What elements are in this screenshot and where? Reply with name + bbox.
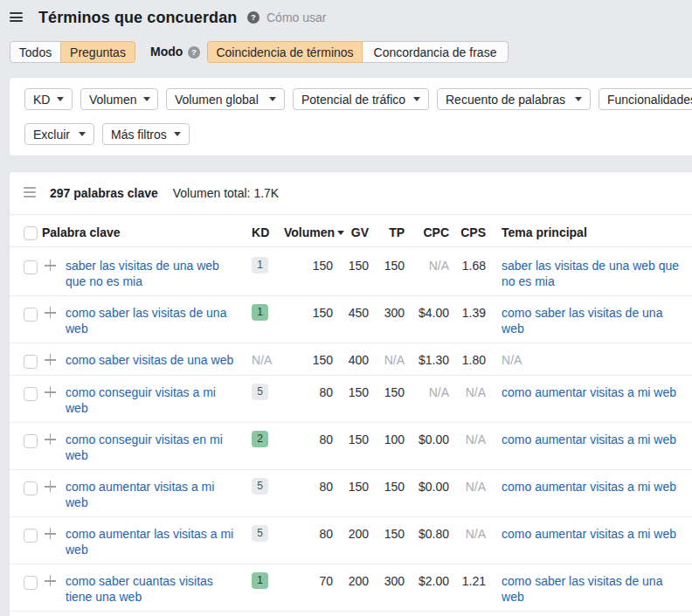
- table-row: como conseguir visitas en mi web 2 80 15…: [10, 423, 692, 470]
- table-toolbar: 297 palabras clave Volumen total: 1.7K: [10, 172, 692, 215]
- keyword-link[interactable]: como saber visitas de una web: [66, 352, 233, 368]
- row-checkbox[interactable]: [24, 434, 38, 448]
- add-keyword-icon[interactable]: [45, 528, 56, 539]
- parent-topic-link[interactable]: como aumentar visitas a mi web: [502, 526, 676, 542]
- table-row: saber las visitas de una web que no es m…: [10, 247, 692, 296]
- tab-preguntas[interactable]: Preguntas: [60, 41, 135, 63]
- gv-cell: 450: [336, 296, 372, 343]
- cps-cell: 1.68: [453, 247, 489, 296]
- add-keyword-icon[interactable]: [45, 575, 56, 586]
- filter-button-kd[interactable]: KD: [24, 88, 73, 110]
- column-header-keyword[interactable]: Palabra clave: [39, 215, 249, 247]
- filters-row-2: Excluir Más filtros: [24, 123, 692, 145]
- row-checkbox[interactable]: [24, 355, 38, 369]
- parent-topic-link[interactable]: como saber las visitas de una web: [502, 305, 683, 336]
- cps-cell: N/A: [453, 376, 489, 423]
- add-keyword-icon[interactable]: [45, 481, 56, 492]
- add-keyword-icon[interactable]: [45, 307, 56, 318]
- keyword-link[interactable]: como saber las visitas de una web: [66, 305, 237, 336]
- filter-button-funcionalidades-de-las-serp[interactable]: Funcionalidades de las SERP: [599, 88, 692, 110]
- page-header: Términos que concuerdan ? Cómo usar Todo…: [0, 0, 692, 77]
- table-row: como aumentar las visitas a mi web 5 80 …: [10, 517, 692, 564]
- cpc-cell: $4.00: [408, 296, 453, 343]
- filter-button-recuento-de-palabras[interactable]: Recuento de palabras: [437, 88, 591, 110]
- gv-cell: 150: [336, 423, 372, 470]
- kd-badge: 5: [252, 478, 268, 495]
- table-row: como aumentar visitas a mi web 5 80 150 …: [10, 470, 692, 517]
- tp-cell: 300: [372, 296, 408, 343]
- chevron-down-icon: [174, 132, 181, 136]
- question-filter-group: Todos Preguntas: [10, 41, 135, 63]
- keyword-link[interactable]: como conseguir visitas a mi web: [66, 384, 237, 416]
- list-options-icon[interactable]: [24, 187, 36, 200]
- tp-cell: 150: [372, 247, 408, 296]
- cpc-cell: $1.30: [408, 343, 453, 376]
- row-checkbox[interactable]: [24, 481, 38, 495]
- table-row: como saber cuantas visitas tiene una web…: [10, 564, 692, 612]
- cpc-cell: $0.00: [408, 470, 453, 517]
- volumen-cell: 150: [284, 296, 336, 343]
- gv-cell: 200: [336, 564, 372, 612]
- mode-help-icon[interactable]: ?: [188, 46, 200, 59]
- cpc-cell: N/A: [408, 376, 453, 423]
- table-row: como saber las visitas de una web 1 150 …: [10, 296, 692, 343]
- add-keyword-icon[interactable]: [45, 354, 56, 365]
- column-header-volumen[interactable]: Volumen: [284, 215, 336, 247]
- keyword-link[interactable]: como aumentar visitas a mi web: [66, 479, 237, 510]
- row-checkbox[interactable]: [24, 529, 38, 543]
- row-checkbox[interactable]: [24, 387, 38, 401]
- column-header-tema[interactable]: Tema principal: [489, 215, 692, 247]
- keywords-panel: 297 palabras clave Volumen total: 1.7K P…: [9, 171, 692, 616]
- tab-concordancia-de-frase[interactable]: Concordancia de frase: [362, 41, 509, 63]
- chevron-down-icon: [57, 97, 64, 101]
- cps-cell: 1.21: [453, 564, 489, 612]
- parent-topic-link: N/A: [502, 353, 522, 367]
- keyword-link[interactable]: como saber cuantas visitas tiene una web: [66, 573, 237, 605]
- column-header-cpc[interactable]: CPC: [408, 215, 453, 247]
- tab-todos[interactable]: Todos: [10, 41, 61, 63]
- add-keyword-icon[interactable]: [45, 260, 56, 271]
- how-to-use-link[interactable]: Cómo usar: [266, 10, 326, 24]
- tp-cell: N/A: [372, 343, 408, 376]
- add-keyword-icon[interactable]: [45, 433, 56, 445]
- keyword-link[interactable]: como aumentar las visitas a mi web: [66, 526, 237, 557]
- filter-button-excluir[interactable]: Excluir: [24, 123, 94, 145]
- sort-desc-icon: [337, 231, 344, 235]
- kd-badge: 2: [252, 431, 268, 447]
- parent-topic-link[interactable]: como aumentar visitas a mi web: [502, 432, 676, 447]
- column-header-tp[interactable]: TP: [372, 215, 408, 247]
- cps-cell: N/A: [453, 517, 489, 564]
- help-icon[interactable]: ?: [247, 11, 260, 24]
- row-checkbox[interactable]: [24, 260, 38, 274]
- parent-topic-link[interactable]: como saber las visitas de una web: [502, 573, 683, 605]
- kd-badge: 1: [252, 572, 268, 589]
- column-header-kd[interactable]: KD: [249, 215, 284, 247]
- filter-button-volumen[interactable]: Volumen: [80, 88, 158, 110]
- tp-cell: 150: [372, 376, 408, 423]
- parent-topic-link[interactable]: saber las visitas de una web que no es m…: [502, 258, 683, 289]
- filter-button-potencial-de-tr-fico[interactable]: Potencial de tráfico: [293, 88, 429, 110]
- cpc-cell: $0.80: [408, 517, 453, 564]
- tp-cell: 100: [372, 423, 408, 470]
- cpc-cell: N/A: [408, 247, 453, 296]
- keyword-link[interactable]: como conseguir visitas en mi web: [66, 432, 237, 463]
- add-keyword-icon[interactable]: [45, 386, 56, 398]
- filters-panel: KD Volumen Volumen global Potencial de t…: [9, 77, 692, 156]
- cps-cell: 1.80: [453, 343, 489, 376]
- parent-topic-link[interactable]: como aumentar visitas a mi web: [502, 384, 676, 400]
- keywords-count: 297 palabras clave: [50, 186, 158, 200]
- gv-cell: 150: [336, 470, 372, 517]
- select-all-checkbox[interactable]: [24, 226, 38, 240]
- row-checkbox[interactable]: [24, 576, 38, 590]
- filter-button-volumen-global[interactable]: Volumen global: [166, 88, 285, 110]
- column-header-cps[interactable]: CPS: [453, 215, 489, 247]
- tab-coincidencia-de-terminos[interactable]: Coincidencia de términos: [207, 41, 363, 63]
- filter-button-m-s-filtros[interactable]: Más filtros: [102, 123, 190, 145]
- parent-topic-link[interactable]: como aumentar visitas a mi web: [502, 479, 676, 495]
- volumen-cell: 150: [284, 343, 336, 376]
- row-checkbox[interactable]: [24, 308, 38, 322]
- kd-badge: 1: [252, 257, 268, 273]
- tp-cell: 150: [372, 517, 408, 564]
- menu-icon[interactable]: [10, 12, 23, 24]
- keyword-link[interactable]: saber las visitas de una web que no es m…: [66, 258, 237, 289]
